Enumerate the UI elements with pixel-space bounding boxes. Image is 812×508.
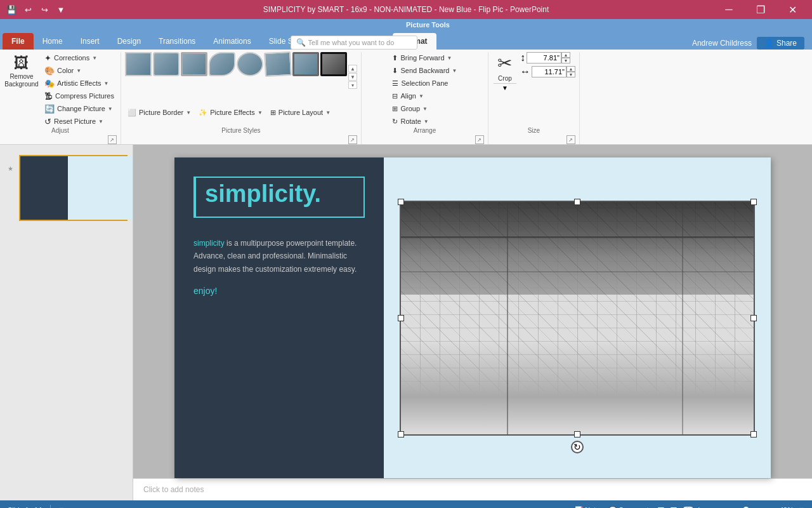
height-input[interactable] [527, 52, 561, 64]
share-button[interactable]: 👤 Notes Share [757, 37, 804, 50]
status-bar: Slide 1 of 1 ⊡ 📝 Notes 💬 Comments ⊟ ⊞ 📖 … [0, 500, 812, 508]
undo-button[interactable]: ↩ [22, 3, 34, 16]
main-area: 1 ★ simplicity. simplicity is a multipur… [0, 145, 812, 500]
view-slide-sorter-button[interactable]: ⊞ [670, 505, 678, 508]
tab-animations[interactable]: Animations [204, 33, 259, 50]
artistic-icon: 🎭 [44, 79, 55, 88]
height-down-button[interactable]: ▼ [561, 58, 570, 64]
handle-top-center[interactable] [574, 199, 580, 205]
rotate-button[interactable]: ↻ Rotate ▼ [390, 116, 459, 127]
align-icon: ⊟ [392, 92, 398, 100]
comments-button[interactable]: 💬 Comments [608, 506, 652, 509]
height-icon: ↕ [520, 52, 525, 64]
tab-transitions[interactable]: Transitions [150, 33, 204, 50]
view-reading-button[interactable]: 📖 [683, 505, 693, 508]
bring-forward-button[interactable]: ⬆ Bring Forward ▼ [390, 52, 459, 64]
change-picture-button[interactable]: 🔄 Change Picture ▼ [42, 103, 117, 114]
style-item-2[interactable] [153, 52, 180, 76]
style-item-5[interactable] [237, 52, 263, 76]
redo-button[interactable]: ↪ [38, 3, 51, 16]
picture-effects-button[interactable]: ✨ Picture Effects ▼ [196, 107, 265, 118]
style-item-8[interactable] [320, 52, 347, 76]
width-up-button[interactable]: ▲ [566, 66, 575, 72]
tab-design[interactable]: Design [108, 33, 150, 50]
style-item-4[interactable] [209, 52, 235, 76]
color-button[interactable]: 🎨 Color ▼ [42, 65, 117, 76]
image-content [401, 202, 754, 434]
group-icon: ⊞ [392, 105, 398, 113]
align-button[interactable]: ⊟ Align ▼ [390, 90, 459, 102]
size-inputs-col: ↕ ▲ ▼ ↔ ▲ ▼ [520, 52, 575, 77]
style-item-6[interactable] [264, 51, 292, 77]
fit-to-window-button[interactable]: ⊡ [799, 506, 804, 509]
layout-dropdown-icon: ▼ [325, 110, 331, 116]
slide-thumbnail[interactable] [19, 155, 128, 221]
gallery-down-button[interactable]: ▼ [348, 73, 357, 81]
status-right: 📝 Notes 💬 Comments ⊟ ⊞ 📖 ▶ − + 49% ⊡ [575, 505, 804, 508]
handle-bottom-left[interactable] [398, 431, 404, 438]
search-bar[interactable]: 🔍 [291, 36, 417, 50]
adjust-group: 🖼 Remove Background ✦ Corrections ▼ 🎨 Co… [0, 52, 121, 144]
handle-top-left[interactable] [398, 199, 404, 205]
height-up-button[interactable]: ▲ [561, 52, 570, 58]
arrange-expand-button[interactable]: ↗ [475, 135, 484, 144]
corrections-button[interactable]: ✦ Corrections ▼ [42, 52, 117, 64]
style-item-3[interactable] [181, 52, 207, 76]
heading-container: simplicity. [193, 177, 365, 218]
size-expand-button[interactable]: ↗ [566, 135, 575, 144]
gallery-up-button[interactable]: ▲ [348, 65, 357, 72]
tab-file[interactable]: File [3, 33, 34, 50]
width-input[interactable] [532, 66, 566, 77]
color-icon: 🎨 [44, 66, 55, 76]
style-item-7[interactable] [292, 52, 319, 76]
adjust-group-inner: 🖼 Remove Background ✦ Corrections ▼ 🎨 Co… [4, 52, 117, 127]
align-dropdown: ▼ [419, 93, 424, 99]
rotate-icon: ↻ [392, 117, 398, 126]
picture-border-button[interactable]: ⬜ Picture Border ▼ [125, 107, 193, 118]
width-down-button[interactable]: ▼ [566, 72, 575, 77]
crop-dropdown-arrow[interactable]: ▼ [494, 83, 516, 92]
view-normal-button[interactable]: ⊟ [657, 505, 665, 508]
notes-bar[interactable]: Click to add notes [133, 478, 812, 500]
gallery-more-button[interactable]: ▾ [348, 81, 357, 89]
handle-mid-right[interactable] [750, 315, 757, 321]
remove-background-button[interactable]: 🖼 Remove Background [4, 52, 39, 90]
handle-top-right[interactable] [750, 199, 757, 205]
selection-pane-button[interactable]: ☰ Selection Pane [390, 77, 459, 89]
img-line-v1 [507, 202, 508, 434]
tab-insert[interactable]: Insert [72, 33, 108, 50]
change-pic-icon: 🔄 [44, 104, 55, 114]
status-divider-1 [50, 505, 51, 508]
handle-bottom-center[interactable] [574, 431, 580, 438]
notes-button[interactable]: 📝 Notes [575, 506, 603, 509]
slide-canvas[interactable]: simplicity. simplicity is a multipurpose… [174, 157, 771, 478]
thumb-right [68, 156, 133, 220]
save-button[interactable]: 💾 [5, 3, 18, 16]
handle-bottom-right[interactable] [750, 431, 757, 438]
compress-button[interactable]: 🗜 Compress Pictures [42, 90, 117, 102]
reset-picture-button[interactable]: ↺ Reset Picture ▼ [42, 116, 117, 127]
adjust-col: ✦ Corrections ▼ 🎨 Color ▼ 🎭 Artistic Eff… [42, 52, 117, 127]
minimize-button[interactable]: ─ [714, 0, 743, 19]
bring-forward-icon: ⬆ [392, 54, 398, 62]
artistic-effects-button[interactable]: 🎭 Artistic Effects ▼ [42, 77, 117, 89]
user-name: Andrew Childress [692, 39, 752, 48]
view-slideshow-button[interactable]: ▶ [698, 505, 705, 508]
crop-button[interactable]: ✂ Crop ▼ [492, 52, 518, 92]
group-button[interactable]: ⊞ Group ▼ [390, 103, 459, 114]
rotate-handle[interactable]: ↻ [571, 441, 584, 453]
restore-button[interactable]: ❐ [746, 0, 775, 19]
search-input[interactable] [308, 39, 412, 46]
picture-layout-button[interactable]: ⊞ Picture Layout ▼ [268, 107, 333, 118]
send-backward-button[interactable]: ⬇ Send Backward ▼ [390, 65, 459, 76]
selected-image[interactable]: ↻ [400, 201, 755, 436]
img-line-2 [401, 271, 754, 272]
style-item-1[interactable] [125, 52, 152, 76]
styles-expand-button[interactable]: ↗ [348, 135, 357, 144]
adjust-expand-button[interactable]: ↗ [108, 135, 117, 144]
customize-button[interactable]: ▼ [55, 3, 67, 16]
tab-home[interactable]: Home [34, 33, 72, 50]
handle-mid-left[interactable] [398, 315, 404, 321]
fit-slide-button[interactable]: ⊡ [58, 506, 64, 509]
close-button[interactable]: ✕ [778, 0, 807, 19]
